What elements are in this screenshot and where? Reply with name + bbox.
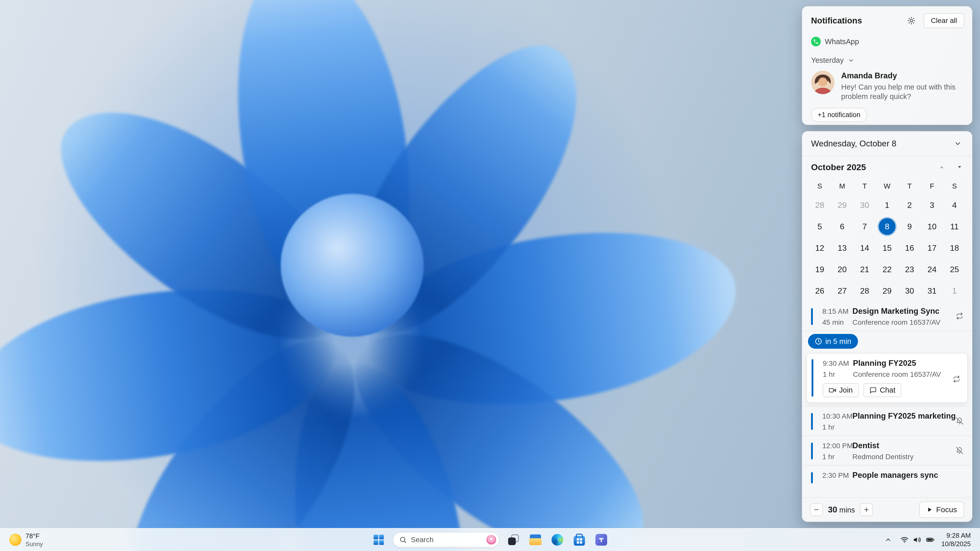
calendar-day[interactable]: 29 (831, 194, 853, 216)
more-notifications-button[interactable]: +1 notification (811, 108, 867, 122)
search-box[interactable]: Search (393, 532, 499, 547)
taskbar-tray: 9:28 AM 10/8/2025 (881, 529, 980, 551)
calendar-day[interactable]: 16 (898, 237, 921, 259)
tray-status-button[interactable] (897, 533, 938, 547)
calendar-day[interactable]: 8 (876, 216, 898, 237)
event-location: Conference room 16537/AV (853, 318, 946, 327)
calendar-day[interactable]: 5 (808, 216, 831, 237)
calendar-day[interactable]: 24 (921, 259, 943, 280)
bell-muted-icon (956, 417, 963, 424)
calendar-day[interactable]: 10 (921, 216, 943, 237)
event-title: Dentist (853, 441, 946, 450)
calendar-day[interactable]: 20 (831, 259, 853, 280)
agenda-list: 8:15 AM Design Marketing Sync 45 min Con… (802, 302, 972, 497)
calendar-day[interactable]: 12 (808, 237, 831, 259)
calendar-day[interactable]: 6 (831, 216, 853, 237)
notification-sender: Amanda Brady (841, 71, 961, 80)
time-group-label: Yesterday (811, 56, 844, 65)
plus-icon (863, 507, 870, 513)
calendar-day[interactable]: 11 (943, 216, 966, 237)
event-actions: Join Chat (823, 383, 946, 397)
notification-settings-button[interactable] (905, 14, 918, 27)
calendar-day[interactable]: 27 (831, 280, 853, 302)
focus-increase-button[interactable] (860, 503, 873, 516)
calendar-day[interactable]: 31 (921, 280, 943, 302)
calendar-prev-month-button[interactable] (939, 164, 945, 170)
chat-button[interactable]: Chat (863, 383, 901, 397)
calendar-collapse-button[interactable] (950, 136, 966, 151)
edge-button[interactable] (550, 532, 565, 548)
calendar-day[interactable]: 2 (898, 194, 921, 216)
event-time: 2:30 PM (822, 472, 853, 480)
calendar-day[interactable]: 25 (943, 259, 966, 280)
chevron-up-icon (885, 536, 892, 543)
task-view-button[interactable] (506, 532, 521, 548)
start-button[interactable] (371, 532, 387, 548)
event-accent-bar (811, 413, 813, 430)
calendar-day[interactable]: 14 (853, 237, 876, 259)
calendar-day[interactable]: 1 (943, 280, 966, 302)
tray-clock[interactable]: 9:28 AM 10/8/2025 (940, 531, 972, 548)
reminder-badge: in 5 min (808, 334, 858, 349)
calendar-day[interactable]: 3 (921, 194, 943, 216)
calendar-day[interactable]: 21 (853, 259, 876, 280)
weather-widget[interactable]: 78°F Sunny (3, 529, 48, 551)
calendar-day[interactable]: 22 (876, 259, 898, 280)
calendar-day[interactable]: 28 (808, 194, 831, 216)
calendar-day[interactable]: 28 (853, 280, 876, 302)
teams-button[interactable] (593, 532, 609, 548)
calendar-header: Wednesday, October 8 (802, 132, 972, 156)
calendar-flyout: Wednesday, October 8 October 2025 SMTWTF… (802, 131, 972, 522)
clock-time: 9:28 AM (941, 531, 971, 540)
reminder-label: in 5 min (825, 337, 851, 346)
calendar-day[interactable]: 23 (898, 259, 921, 280)
event-card[interactable]: 9:30 AM Planning FY2025 1 hr Conference … (807, 353, 968, 403)
event-row[interactable]: 8:15 AM Design Marketing Sync 45 min Con… (802, 302, 972, 330)
calendar-grid: SMTWTFS282930123456789101112131415161718… (802, 178, 972, 302)
calendar-day[interactable]: 15 (876, 237, 898, 259)
event-row[interactable]: 12:00 PM Dentist 1 hr Redmond Dentistry (802, 436, 972, 465)
calendar-day[interactable]: 17 (921, 237, 943, 259)
store-button[interactable] (572, 532, 587, 548)
edge-icon (552, 534, 563, 546)
calendar-day[interactable]: 18 (943, 237, 966, 259)
notification-card[interactable]: Amanda Brady Hey! Can you help me out wi… (802, 65, 972, 101)
calendar-day[interactable]: 7 (853, 216, 876, 237)
clear-all-button[interactable]: Clear all (924, 13, 964, 28)
calendar-day[interactable]: 26 (808, 280, 831, 302)
triangle-down-icon (956, 164, 963, 170)
calendar-day[interactable]: 29 (876, 280, 898, 302)
repeat-icon (953, 375, 960, 383)
file-explorer-button[interactable] (528, 532, 543, 548)
event-accent-bar (811, 443, 813, 459)
calendar-day-header: S (943, 178, 966, 194)
calendar-month-label: October 2025 (811, 162, 939, 172)
calendar-day[interactable]: 30 (898, 280, 921, 302)
event-time: 12:00 PM (822, 442, 853, 450)
calendar-day[interactable]: 30 (853, 194, 876, 216)
event-row[interactable]: 10:30 AM Planning FY2025 marketing 1 hr (802, 407, 972, 435)
focus-start-label: Focus (936, 505, 957, 514)
focus-decrease-button[interactable] (810, 503, 823, 516)
calendar-day[interactable]: 19 (808, 259, 831, 280)
calendar-day[interactable]: 4 (943, 194, 966, 216)
calendar-day[interactable]: 1 (876, 194, 898, 216)
calendar-next-month-button[interactable] (956, 164, 963, 170)
calendar-day-header: T (898, 178, 921, 194)
calendar-day-header: W (876, 178, 898, 194)
focus-bar: 30 mins Focus (802, 497, 972, 521)
notifications-header: Notifications Clear all (802, 6, 972, 28)
calendar-day-header: F (921, 178, 943, 194)
calendar-day[interactable]: 9 (898, 216, 921, 237)
notification-app-group[interactable]: WhatsApp (802, 28, 972, 46)
calendar-day[interactable]: 13 (831, 237, 853, 259)
tray-show-hidden-button[interactable] (881, 533, 895, 547)
app-group-label: WhatsApp (825, 38, 859, 46)
folder-icon (529, 534, 542, 545)
notification-time-group-toggle[interactable]: Yesterday (802, 46, 972, 65)
event-row[interactable]: 2:30 PM People managers sync (802, 465, 972, 497)
join-button[interactable]: Join (823, 383, 859, 397)
focus-start-button[interactable]: Focus (919, 502, 964, 518)
event-accent-bar (811, 472, 813, 483)
event-title: Design Marketing Sync (853, 306, 946, 316)
